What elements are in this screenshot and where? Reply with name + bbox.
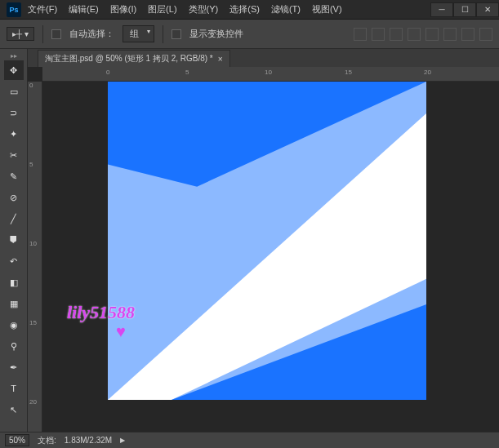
- menu-image[interactable]: 图像(I): [110, 3, 136, 16]
- zoom-level-field[interactable]: 50%: [5, 434, 29, 446]
- canvas-viewport[interactable]: lily51588 ♥: [42, 82, 499, 432]
- divider: [163, 25, 163, 43]
- options-bar: ▸┼ ▾ 自动选择： 组 显示变换控件: [0, 20, 499, 49]
- eraser-tool-icon[interactable]: ◧: [4, 273, 24, 292]
- blur-tool-icon[interactable]: ◉: [4, 315, 24, 335]
- tab-title: 淘宝主图.psd @ 50% (矩形 1 拷贝 2, RGB/8) *: [45, 53, 213, 64]
- tab-close-icon[interactable]: ×: [218, 55, 223, 64]
- lasso-tool-icon[interactable]: ⊃: [4, 103, 24, 122]
- doc-size-label: 文档:: [38, 435, 56, 446]
- auto-select-checkbox[interactable]: [51, 29, 61, 39]
- align-buttons: [354, 28, 492, 41]
- toolbox-grip[interactable]: ▸▸: [2, 52, 26, 59]
- show-transform-label: 显示变换控件: [189, 28, 243, 40]
- align-hcenter-icon[interactable]: [425, 28, 439, 41]
- ruler-mark: 20: [29, 398, 37, 406]
- show-transform-checkbox[interactable]: [172, 29, 181, 39]
- title-bar: Ps 文件(F) 编辑(E) 图像(I) 图层(L) 类型(Y) 选择(S) 滤…: [0, 0, 499, 20]
- magic-wand-tool-icon[interactable]: ✦: [4, 124, 24, 144]
- divider: [42, 25, 43, 43]
- path-select-tool-icon[interactable]: ↖: [4, 400, 24, 419]
- align-right-icon[interactable]: [443, 28, 457, 41]
- vertical-ruler[interactable]: 0 5 10 15 20: [28, 82, 42, 432]
- main-menu: 文件(F) 编辑(E) 图像(I) 图层(L) 类型(Y) 选择(S) 滤镜(T…: [28, 3, 430, 16]
- app-logo: Ps: [7, 2, 21, 17]
- watermark-heart-icon: ♥: [116, 322, 126, 341]
- canvas[interactable]: [108, 82, 426, 400]
- menu-edit[interactable]: 编辑(E): [69, 3, 99, 16]
- maximize-button[interactable]: ☐: [453, 2, 476, 17]
- document-tab[interactable]: 淘宝主图.psd @ 50% (矩形 1 拷贝 2, RGB/8) * ×: [38, 50, 230, 67]
- align-bottom-icon[interactable]: [390, 28, 403, 41]
- close-button[interactable]: ✕: [476, 2, 499, 17]
- history-brush-tool-icon[interactable]: ↶: [4, 251, 24, 271]
- window-controls: ─ ☐ ✕: [430, 2, 499, 17]
- minimize-button[interactable]: ─: [430, 2, 453, 17]
- clone-stamp-tool-icon[interactable]: ⛊: [4, 230, 24, 250]
- menu-select[interactable]: 选择(S): [229, 3, 260, 16]
- ruler-mark: 20: [424, 69, 431, 76]
- document-area: 淘宝主图.psd @ 50% (矩形 1 拷贝 2, RGB/8) * × 0 …: [28, 49, 499, 432]
- align-left-icon[interactable]: [408, 28, 421, 41]
- canvas-row: 0 5 10 15 20 lily51588 ♥: [28, 82, 499, 432]
- ruler-mark: 5: [185, 69, 189, 76]
- eyedropper-tool-icon[interactable]: ✎: [4, 166, 24, 186]
- move-tool-icon[interactable]: ✥: [4, 60, 24, 80]
- pen-tool-icon[interactable]: ✒: [4, 357, 24, 377]
- brush-tool-icon[interactable]: ╱: [4, 209, 24, 228]
- ruler-mark: 15: [29, 319, 37, 326]
- status-menu-arrow-icon[interactable]: ▶: [120, 437, 125, 444]
- gradient-tool-icon[interactable]: ▦: [4, 294, 24, 313]
- ruler-mark: 15: [345, 69, 352, 76]
- workspace: ▸▸ ✥ ▭ ⊃ ✦ ✂ ✎ ⊘ ╱ ⛊ ↶ ◧ ▦ ◉ ⚲ ✒ T ↖ 淘宝主…: [0, 49, 499, 432]
- menu-type[interactable]: 类型(Y): [189, 3, 219, 16]
- menu-filter[interactable]: 滤镜(T): [271, 3, 301, 16]
- crop-tool-icon[interactable]: ✂: [4, 145, 24, 165]
- marquee-tool-icon[interactable]: ▭: [4, 82, 24, 101]
- tab-bar: 淘宝主图.psd @ 50% (矩形 1 拷贝 2, RGB/8) * ×: [28, 49, 499, 67]
- auto-select-dropdown[interactable]: 组: [123, 25, 154, 42]
- align-vcenter-icon[interactable]: [372, 28, 385, 41]
- ruler-mark: 0: [29, 82, 33, 89]
- align-top-icon[interactable]: [354, 28, 367, 41]
- ruler-mark: 10: [29, 240, 37, 247]
- type-tool-icon[interactable]: T: [4, 379, 24, 398]
- menu-layer[interactable]: 图层(L): [148, 3, 176, 16]
- ruler-mark: 0: [106, 69, 109, 76]
- status-bar: 50% 文档: 1.83M/2.32M ▶: [0, 432, 499, 448]
- ruler-mark: 5: [29, 161, 33, 168]
- horizontal-ruler[interactable]: 0 5 10 15 20: [42, 67, 499, 82]
- ruler-mark: 10: [265, 69, 272, 76]
- tool-preset-picker[interactable]: ▸┼ ▾: [7, 27, 34, 41]
- doc-size-value: 1.83M/2.32M: [65, 436, 112, 445]
- dodge-tool-icon[interactable]: ⚲: [4, 336, 24, 356]
- menu-view[interactable]: 视图(V): [312, 3, 342, 16]
- menu-file[interactable]: 文件(F): [28, 3, 57, 16]
- distribute-h-icon[interactable]: [461, 28, 474, 41]
- healing-brush-tool-icon[interactable]: ⊘: [4, 188, 24, 207]
- auto-select-label: 自动选择：: [69, 28, 114, 40]
- toolbox: ▸▸ ✥ ▭ ⊃ ✦ ✂ ✎ ⊘ ╱ ⛊ ↶ ◧ ▦ ◉ ⚲ ✒ T ↖: [0, 49, 28, 432]
- distribute-v-icon[interactable]: [479, 28, 492, 41]
